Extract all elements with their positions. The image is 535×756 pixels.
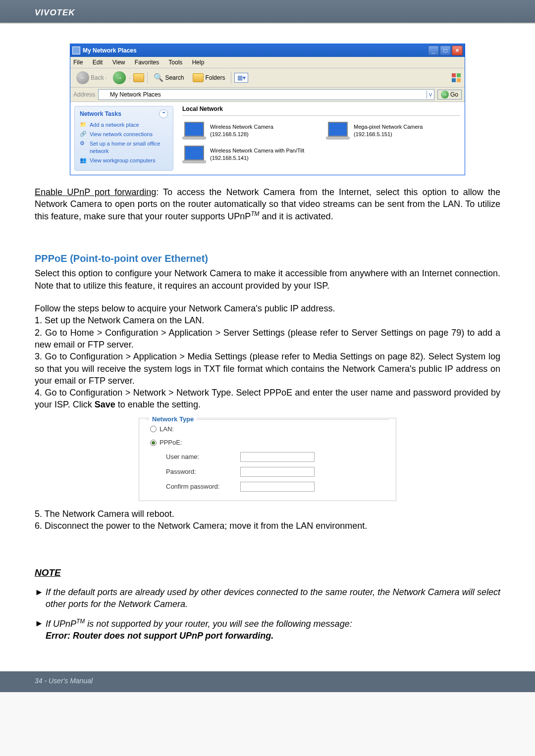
steps-list-cont: 5. The Network Camera will reboot. 6. Di…	[35, 508, 500, 532]
collapse-icon[interactable]: ⌃	[159, 109, 168, 118]
confirm-label: Confirm password:	[166, 482, 240, 491]
address-label: Address	[73, 91, 95, 99]
device-label: Mega-pixel Network Camera (192.168.5.151…	[354, 123, 455, 138]
menubar: File Edit View Favorites Tools Help	[70, 57, 465, 68]
menu-tools[interactable]: Tools	[168, 59, 182, 66]
error-message: Error: Router does not support UPnP port…	[46, 631, 273, 641]
search-button[interactable]: 🔍Search	[151, 71, 187, 84]
device-item[interactable]: Wireless Network Camera with Pan/Tilt (1…	[182, 146, 311, 163]
device-label: Wireless Network Camera with Pan/Tilt (1…	[210, 147, 311, 162]
menu-file[interactable]: File	[73, 59, 83, 66]
views-button[interactable]: ▦▾	[234, 73, 248, 83]
brand-text: VIVOTEK	[35, 8, 75, 17]
footer-text: 34 - User's Manual	[35, 677, 93, 685]
address-bar: Address My Network Places v →Go	[70, 88, 465, 102]
local-network-heading: Local Network	[182, 105, 460, 115]
step-6: 6. Disconnect the power to the Network C…	[35, 520, 500, 532]
svg-rect-1	[457, 73, 461, 77]
address-field[interactable]: My Network Places v	[98, 89, 434, 100]
workgroup-icon: 👥	[80, 156, 87, 163]
password-input[interactable]	[240, 467, 315, 477]
go-button[interactable]: →Go	[437, 90, 462, 100]
menu-edit[interactable]: Edit	[93, 59, 103, 66]
pppoe-radio-row[interactable]: PPPoE:	[146, 438, 389, 447]
maximize-button[interactable]: □	[440, 46, 451, 55]
task-view-connections[interactable]: 🔗View network connections	[80, 130, 168, 139]
pppoe-intro: Select this option to configure your Net…	[35, 267, 500, 292]
network-type-form: Network Type LAN: PPPoE: User name: Pass…	[139, 418, 396, 501]
pppoe-follow: Follow the steps below to acquire your N…	[35, 302, 500, 314]
step-5: 5. The Network Camera will reboot.	[35, 508, 500, 520]
menu-view[interactable]: View	[112, 59, 125, 66]
password-label: Password:	[166, 467, 240, 476]
window-icon	[72, 47, 80, 54]
folders-button[interactable]: Folders	[190, 72, 228, 83]
device-icon	[182, 146, 206, 163]
svg-rect-0	[452, 73, 456, 77]
address-dropdown-icon[interactable]: v	[427, 91, 432, 99]
window-title: My Network Places	[83, 47, 428, 54]
page-header: VIVOTEK	[0, 0, 535, 24]
window-titlebar: My Network Places _ □ ×	[70, 44, 465, 57]
network-places-window: My Network Places _ □ × File Edit View F…	[70, 44, 465, 175]
device-label: Wireless Network Camera (192.168.5.128)	[210, 123, 311, 138]
network-tasks-heading: Network Tasks	[80, 110, 121, 118]
task-add-network-place[interactable]: 📁Add a network place	[80, 120, 168, 130]
folder-plus-icon: 📁	[80, 121, 87, 128]
windows-logo-icon	[451, 73, 462, 83]
lan-radio-row[interactable]: LAN:	[146, 425, 389, 434]
network-icon: 🔗	[80, 130, 87, 137]
svg-rect-2	[452, 78, 456, 82]
note-heading: NOTE	[35, 566, 500, 579]
menu-favorites[interactable]: Favorites	[135, 59, 159, 66]
note-item-1: ► If the default ports are already used …	[35, 586, 500, 610]
task-setup-network[interactable]: ⚙Set up a home or small office network	[80, 139, 168, 156]
device-item[interactable]: Wireless Network Camera (192.168.5.128)	[182, 122, 311, 140]
folder-icon	[193, 73, 204, 82]
upnp-paragraph: Enable UPnP port forwarding: To access t…	[35, 186, 500, 223]
note-item-2: ► If UPnPTM is not supported by your rou…	[35, 617, 500, 642]
device-item[interactable]: Mega-pixel Network Camera (192.168.5.151…	[326, 122, 455, 140]
up-folder-icon[interactable]	[133, 73, 144, 82]
network-tasks-panel: Network Tasks⌃ 📁Add a network place 🔗Vie…	[74, 106, 173, 170]
minimize-button[interactable]: _	[428, 46, 439, 55]
step-3: 3. Go to Configuration > Application > M…	[35, 351, 500, 387]
radio-lan[interactable]	[150, 426, 157, 432]
step-1: 1. Set up the Network Camera on the LAN.	[35, 314, 500, 326]
step-2: 2. Go to Home > Configuration > Applicat…	[35, 327, 500, 351]
username-input[interactable]	[240, 452, 315, 462]
confirm-input[interactable]	[240, 482, 315, 492]
page-footer: 34 - User's Manual	[0, 671, 535, 692]
toolbar: ←Back · →· 🔍Search Folders ▦▾	[70, 68, 465, 88]
task-view-workgroup[interactable]: 👥View workgroup computers	[80, 156, 168, 165]
svg-rect-3	[457, 78, 461, 82]
device-icon	[182, 122, 206, 140]
radio-pppoe[interactable]	[150, 440, 157, 446]
home-network-icon: ⚙	[80, 140, 87, 147]
step-4: 4. Go to Configuration > Network > Netwo…	[35, 387, 500, 411]
upnp-lead: Enable UPnP port forwarding	[35, 187, 156, 197]
arrow-icon: ►	[35, 586, 46, 610]
menu-help[interactable]: Help	[192, 59, 205, 66]
arrow-icon: ►	[35, 617, 46, 642]
device-icon	[326, 122, 350, 140]
close-button[interactable]: ×	[452, 46, 463, 55]
username-label: User name:	[166, 453, 240, 461]
steps-list: 1. Set up the Network Camera on the LAN.…	[35, 314, 500, 410]
address-icon	[101, 91, 107, 98]
pppoe-heading: PPPoE (Point-to-point over Ethernet)	[35, 252, 500, 265]
forward-button[interactable]: →	[113, 71, 126, 84]
address-value: My Network Places	[110, 91, 161, 99]
back-button[interactable]: ←Back ·	[73, 70, 110, 85]
form-legend: Network Type	[149, 415, 197, 423]
